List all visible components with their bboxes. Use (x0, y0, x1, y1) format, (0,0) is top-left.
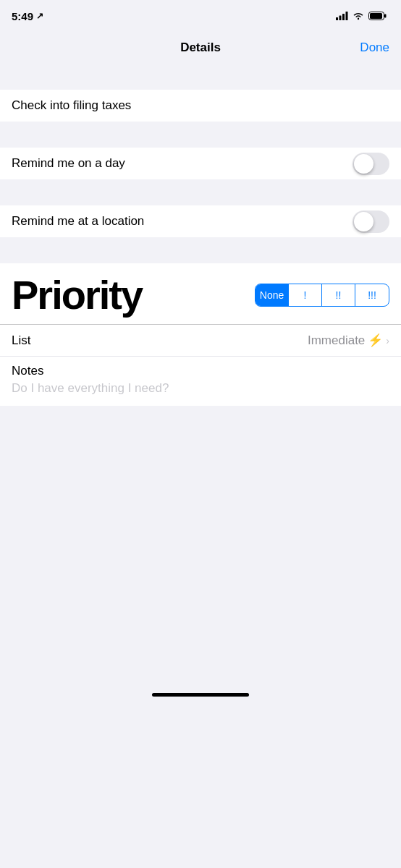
chevron-icon: › (386, 335, 389, 346)
status-icons (336, 12, 387, 20)
home-indicator (152, 693, 249, 697)
section-gap-3 (0, 179, 401, 205)
status-bar: 5:49 ↗ (0, 0, 401, 32)
priority-option-medium[interactable]: !! (322, 284, 355, 306)
task-title-cell: Check into filing taxes (0, 90, 401, 122)
list-label: List (12, 333, 30, 348)
battery-icon (368, 12, 387, 20)
notes-label: Notes (12, 364, 389, 378)
signal-icon (336, 12, 348, 20)
priority-selector: None ! !! !!! (255, 284, 389, 307)
bottom-area (0, 406, 401, 702)
done-button[interactable]: Done (360, 41, 389, 55)
svg-rect-2 (342, 14, 345, 20)
remind-day-label: Remind me on a day (12, 156, 125, 171)
priority-option-high[interactable]: !!! (355, 284, 389, 306)
section-gap-4 (0, 237, 401, 263)
priority-medium-label: !! (336, 289, 342, 301)
svg-rect-3 (346, 12, 348, 20)
remind-day-toggle[interactable] (353, 153, 389, 175)
priority-option-none[interactable]: None (256, 284, 289, 306)
section-gap-1 (0, 64, 401, 90)
svg-point-4 (358, 18, 359, 20)
section-gap-2 (0, 122, 401, 148)
task-title-text: Check into filing taxes (12, 98, 131, 113)
remind-location-cell: Remind me at a location (0, 205, 401, 237)
svg-rect-1 (339, 16, 342, 21)
list-value: Immediate ⚡ › (308, 333, 389, 348)
remind-location-label: Remind me at a location (12, 214, 144, 229)
remind-day-cell: Remind me on a day (0, 148, 401, 179)
priority-option-low[interactable]: ! (289, 284, 322, 306)
list-row[interactable]: List Immediate ⚡ › (0, 324, 401, 356)
nav-bar: Details Done (0, 32, 401, 64)
remind-location-toggle[interactable] (353, 210, 389, 233)
svg-rect-7 (384, 14, 387, 18)
nav-title: Details (180, 41, 221, 55)
time-text: 5:49 (12, 10, 33, 22)
priority-none-label: None (260, 289, 284, 301)
toggle-knob-2 (354, 212, 373, 231)
priority-high-label: !!! (368, 289, 376, 301)
status-time: 5:49 ↗ (12, 10, 43, 22)
priority-label: Priority (12, 275, 142, 315)
wifi-icon (353, 12, 364, 20)
priority-low-label: ! (304, 289, 307, 301)
svg-rect-6 (370, 13, 382, 19)
list-value-text: Immediate (308, 333, 365, 348)
location-arrow-icon: ↗ (36, 11, 43, 21)
svg-rect-0 (336, 17, 338, 20)
toggle-knob (354, 154, 373, 174)
priority-section: Priority None ! !! !!! (0, 263, 401, 324)
notes-section: Notes Do I have everything I need? (0, 357, 401, 406)
priority-row: Priority None ! !! !!! (12, 275, 389, 315)
notes-placeholder[interactable]: Do I have everything I need? (12, 381, 389, 396)
list-value-icon: ⚡ (368, 333, 383, 348)
